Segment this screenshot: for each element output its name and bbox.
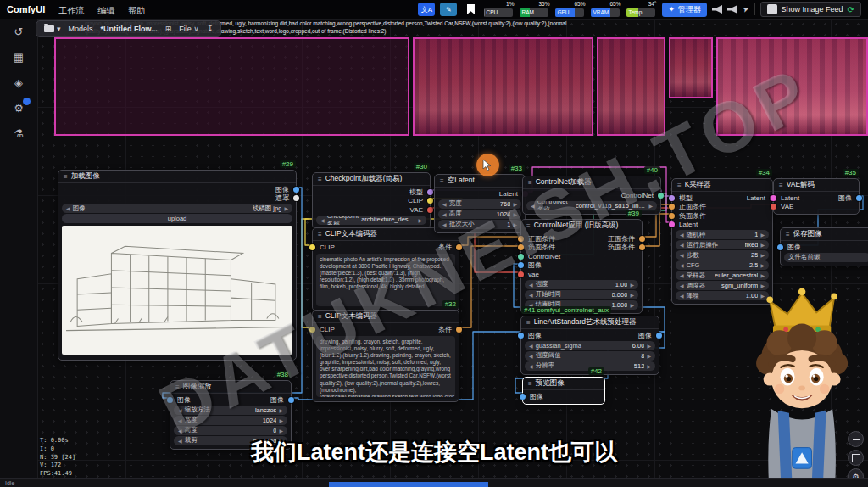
output-slot[interactable] — [427, 198, 433, 204]
widget-ControlNet名称[interactable]: ◀ControlNet名称control_v11p_sd15_lineart.p… — [526, 201, 657, 210]
download-icon[interactable]: ↧ — [207, 25, 214, 33]
input-slot[interactable] — [167, 397, 173, 403]
sidebar-item-queue[interactable]: ▦ — [0, 44, 37, 70]
input-slot[interactable] — [669, 204, 675, 210]
node-title-bar[interactable]: ≡VAE解码 — [774, 179, 859, 192]
zoom-out-button[interactable] — [848, 431, 864, 447]
output-slot[interactable] — [456, 327, 462, 333]
theme-paint-icon[interactable]: ✎ — [440, 3, 457, 16]
models-menu[interactable]: Models — [69, 25, 93, 33]
sidebar-item-workflows[interactable]: ⚗ — [0, 120, 37, 146]
sidebar-item-history[interactable]: ↺ — [0, 19, 37, 44]
output-slot[interactable] — [456, 244, 462, 250]
widget-采样器[interactable]: ◀采样器euler_ancestral▶ — [676, 271, 769, 280]
output-slot[interactable] — [658, 193, 664, 199]
node-title-bar[interactable]: ≡加载图像 — [58, 171, 296, 183]
node-controlnet-apply[interactable]: #39≡ControlNet应用 (旧版高级)正面条件正面条件负面条件负面条件C… — [520, 219, 643, 314]
output-slot[interactable] — [639, 236, 645, 242]
preview-panel-2[interactable] — [597, 37, 665, 136]
share-arrow-icon[interactable]: ➤ — [742, 4, 751, 14]
output-slot[interactable] — [856, 195, 862, 201]
output-slot[interactable] — [639, 244, 645, 250]
input-slot[interactable] — [518, 333, 524, 339]
node-clip-encode-negative[interactable]: #32≡CLIP文本编码器CLIP条件drawing, painting, cr… — [312, 310, 459, 402]
prompt-textarea[interactable]: cinematic photo An artist's impression o… — [316, 254, 455, 306]
input-slot[interactable] — [518, 236, 524, 242]
node-title-bar[interactable]: ≡保存图像 — [781, 228, 868, 241]
input-slot[interactable] — [669, 195, 675, 201]
collapse-icon[interactable]: ≡ — [318, 313, 322, 321]
widget-图像[interactable]: ◀图像线稿图.jpg▶ — [62, 204, 292, 213]
input-slot[interactable] — [669, 221, 675, 227]
output-slot[interactable] — [427, 189, 433, 195]
node-preview-image[interactable]: #42≡预览图像图像 — [522, 377, 605, 405]
output-slot[interactable] — [293, 195, 299, 201]
prompt-textarea[interactable]: drawing, painting, crayon, sketch, graph… — [316, 336, 455, 397]
megaphone-icon-2[interactable] — [727, 5, 737, 14]
widget-步数[interactable]: ◀步数25▶ — [676, 250, 769, 260]
collapse-icon[interactable]: ≡ — [440, 177, 444, 185]
widget-宽度[interactable]: ◀宽度1024▶ — [174, 416, 287, 425]
widget-开始时间[interactable]: ◀开始时间0.000▶ — [525, 290, 638, 299]
menu-item-2[interactable]: 帮助 — [128, 6, 145, 15]
input-slot[interactable] — [518, 262, 524, 268]
widget-缩放方法[interactable]: ◀缩放方法lanczos▶ — [174, 406, 287, 415]
input-slot[interactable] — [777, 244, 783, 250]
node-title-bar[interactable]: ≡Checkpoint加载器(简易) — [313, 173, 430, 186]
manager-button[interactable]: ✦管理器 — [662, 3, 707, 17]
input-slot[interactable] — [518, 254, 524, 260]
input-slot[interactable] — [518, 244, 524, 250]
collapse-icon[interactable]: ≡ — [318, 176, 322, 183]
collapse-icon[interactable]: ≡ — [318, 231, 322, 238]
upload-button[interactable]: upload — [62, 214, 292, 223]
collapse-icon[interactable]: ≡ — [786, 231, 790, 238]
widget-文件名前缀[interactable]: 文件名前缀 — [784, 253, 868, 262]
node-title-bar[interactable]: ≡图像缩放 — [170, 381, 291, 394]
node-title-bar[interactable]: ≡ControlNet应用 (旧版高级) — [521, 220, 642, 232]
show-image-feed-button[interactable]: Show Image Feed ⟳ — [760, 2, 861, 17]
input-slot[interactable] — [771, 195, 776, 201]
node-save-image[interactable]: ≡保存图像图像文件名前缀 — [780, 227, 868, 266]
open-folder-button[interactable]: ▾ — [44, 25, 61, 33]
collapse-icon[interactable]: ≡ — [677, 182, 682, 189]
node-title-bar[interactable]: ≡ControlNet加载器 — [523, 176, 660, 189]
widget-Checkpoint名称[interactable]: ◀Checkpoint名称architexture_design(建筑Yuan.… — [316, 216, 426, 225]
grid-icon[interactable]: ⊞ — [165, 25, 172, 33]
output-slot[interactable] — [288, 397, 294, 403]
output-slot[interactable] — [293, 187, 299, 193]
bookmark-icon[interactable] — [462, 3, 479, 16]
collapse-icon[interactable]: ≡ — [526, 222, 531, 230]
preview-panel-3[interactable] — [669, 37, 713, 98]
sidebar-item-custom-nodes[interactable]: ⚙ — [0, 95, 37, 120]
collapse-icon[interactable]: ≡ — [64, 173, 68, 181]
megaphone-icon[interactable] — [712, 5, 722, 14]
collapse-icon[interactable]: ≡ — [779, 182, 783, 189]
file-menu[interactable]: File ∨ — [179, 25, 199, 33]
node-title-bar[interactable]: ≡预览图像 — [523, 378, 604, 390]
translate-icon[interactable]: 文A — [418, 3, 435, 16]
node-checkpoint-loader[interactable]: #30≡Checkpoint加载器(简易)模型CLIPVAE◀Checkpoin… — [312, 172, 431, 229]
widget-随机种[interactable]: ◀随机种1▶ — [676, 230, 769, 239]
preview-panel-4[interactable] — [716, 37, 868, 136]
output-slot[interactable] — [427, 207, 433, 213]
node-empty-latent[interactable]: #33≡空LatentLatent◀宽度768▶◀高度1024▶◀批次大小1▶ — [434, 174, 526, 233]
input-slot[interactable] — [309, 327, 315, 333]
widget-批次大小[interactable]: ◀批次大小1▶ — [438, 220, 521, 229]
widget-强度[interactable]: ◀强度1.00▶ — [525, 280, 638, 289]
fit-view-button[interactable] — [848, 450, 864, 466]
collapse-icon[interactable]: ≡ — [175, 383, 180, 391]
input-slot[interactable] — [518, 271, 524, 277]
collapse-icon[interactable]: ≡ — [528, 380, 532, 388]
menu-item-0[interactable]: 工作流 — [58, 6, 84, 15]
node-load-image[interactable]: #29≡加载图像图像遮罩◀图像线稿图.jpg▶upload — [58, 170, 297, 361]
output-slot[interactable] — [656, 333, 662, 339]
workflow-name[interactable]: *Untitled Flow... — [101, 25, 158, 33]
node-lineart-preprocessor[interactable]: #41 comfyui_controlnet_aux≡LineArtStanda… — [520, 316, 659, 375]
input-slot[interactable] — [520, 394, 526, 400]
input-slot[interactable] — [771, 204, 776, 210]
sidebar-item-models[interactable]: ◈ — [0, 70, 37, 95]
widget-guassian_sigma[interactable]: ◀guassian_sigma6.00▶ — [525, 341, 655, 350]
widget-宽度[interactable]: ◀宽度768▶ — [438, 199, 521, 209]
widget-高度[interactable]: ◀高度1024▶ — [438, 210, 521, 219]
collapse-icon[interactable]: ≡ — [526, 319, 531, 327]
